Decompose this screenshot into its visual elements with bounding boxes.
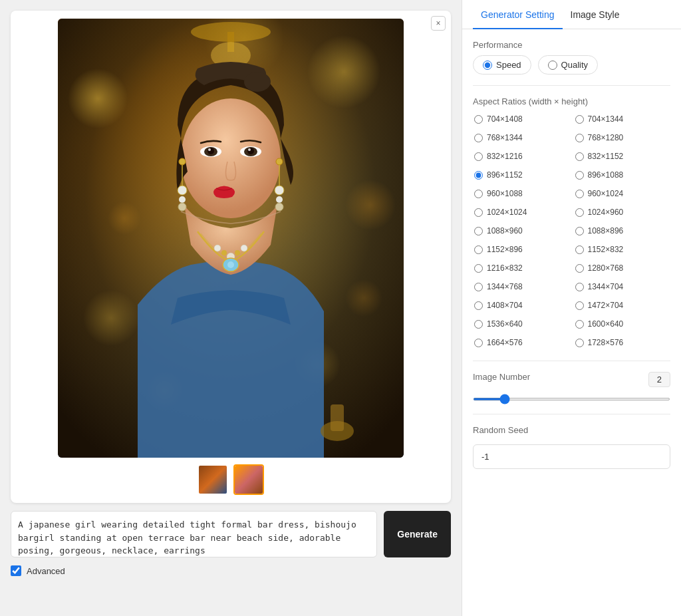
aspect-option-768×1280[interactable]: 768×1280 — [574, 130, 671, 145]
aspect-option-896×1152[interactable]: 896×1152 — [473, 168, 570, 182]
svg-point-35 — [241, 245, 247, 251]
aspect-label-768×1280: 768×1280 — [588, 133, 624, 142]
aspect-radio-960×1024[interactable] — [575, 190, 584, 198]
aspect-option-1344×704[interactable]: 1344×704 — [574, 279, 671, 294]
aspect-option-1280×768[interactable]: 1280×768 — [574, 261, 671, 275]
aspect-option-1088×896[interactable]: 1088×896 — [574, 224, 671, 238]
aspect-label-832×1152: 832×1152 — [588, 152, 624, 161]
svg-point-18 — [208, 148, 211, 151]
svg-point-37 — [235, 250, 240, 255]
aspect-option-1152×832[interactable]: 1152×832 — [574, 242, 671, 257]
aspect-label-1024×1024: 1024×1024 — [487, 208, 527, 217]
aspect-label-1408×704: 1408×704 — [487, 301, 523, 310]
aspect-radio-1152×896[interactable] — [474, 245, 483, 254]
aspect-label-768×1344: 768×1344 — [487, 133, 523, 142]
aspect-label-1088×896: 1088×896 — [588, 226, 624, 235]
aspect-option-1408×704[interactable]: 1408×704 — [473, 298, 570, 313]
aspect-option-1664×576[interactable]: 1664×576 — [473, 335, 570, 350]
svg-point-26 — [179, 196, 186, 203]
aspect-option-1024×1024[interactable]: 1024×1024 — [473, 205, 570, 220]
aspect-radio-1664×576[interactable] — [474, 339, 483, 347]
svg-point-8 — [108, 202, 141, 235]
aspect-radio-832×1152[interactable] — [575, 152, 584, 161]
aspect-radio-1472×704[interactable] — [575, 301, 584, 310]
aspect-option-1728×576[interactable]: 1728×576 — [574, 335, 671, 350]
aspect-option-960×1024[interactable]: 960×1024 — [574, 186, 671, 201]
aspect-option-1472×704[interactable]: 1472×704 — [574, 298, 671, 313]
svg-point-9 — [345, 279, 382, 317]
image-container: × — [11, 11, 451, 503]
aspect-radio-768×1344[interactable] — [474, 134, 483, 142]
svg-rect-41 — [331, 404, 344, 431]
thumbnail-2[interactable] — [233, 464, 264, 495]
svg-point-22 — [248, 148, 251, 151]
speed-radio[interactable] — [483, 61, 492, 70]
aspect-radio-1216×832[interactable] — [474, 264, 483, 273]
aspect-radio-1728×576[interactable] — [575, 339, 584, 347]
aspect-label-1344×704: 1344×704 — [588, 282, 624, 291]
aspect-radio-768×1280[interactable] — [575, 134, 584, 142]
aspect-option-704×1344[interactable]: 704×1344 — [574, 112, 671, 126]
quality-option[interactable]: Quality — [538, 55, 598, 75]
aspect-label-896×1088: 896×1088 — [588, 170, 624, 180]
svg-point-39 — [227, 261, 234, 268]
svg-point-17 — [207, 148, 214, 154]
aspect-label-1024×960: 1024×960 — [588, 208, 624, 217]
close-button[interactable]: × — [431, 16, 446, 31]
image-number-slider[interactable] — [473, 398, 670, 400]
thumbnail-1[interactable] — [198, 464, 228, 495]
aspect-option-1344×768[interactable]: 1344×768 — [473, 279, 570, 294]
speed-option[interactable]: Speed — [473, 55, 531, 75]
random-seed-input[interactable] — [473, 444, 670, 469]
aspect-radio-1600×640[interactable] — [575, 320, 584, 329]
svg-point-1 — [68, 69, 128, 128]
aspect-label-1536×640: 1536×640 — [487, 319, 523, 329]
aspect-radio-1152×832[interactable] — [575, 245, 584, 254]
aspect-option-960×1088[interactable]: 960×1088 — [473, 186, 570, 201]
aspect-option-1024×960[interactable]: 1024×960 — [574, 205, 671, 220]
advanced-checkbox[interactable] — [11, 565, 21, 576]
aspect-label-1472×704: 1472×704 — [588, 301, 624, 310]
aspect-radio-1024×1024[interactable] — [474, 208, 483, 217]
aspect-option-832×1152[interactable]: 832×1152 — [574, 149, 671, 164]
aspect-option-1536×640[interactable]: 1536×640 — [473, 317, 570, 331]
aspect-radio-1088×960[interactable] — [474, 227, 483, 235]
aspect-label-1152×832: 1152×832 — [588, 245, 624, 254]
aspect-radio-704×1408[interactable] — [474, 115, 483, 124]
aspect-radio-1088×896[interactable] — [575, 227, 584, 235]
prompt-input[interactable] — [11, 511, 377, 557]
aspect-option-1216×832[interactable]: 1216×832 — [473, 261, 570, 275]
aspect-radio-896×1152[interactable] — [474, 171, 483, 180]
aspect-radio-1344×768[interactable] — [474, 283, 483, 291]
aspect-radio-896×1088[interactable] — [575, 171, 584, 180]
performance-radio-group: Speed Quality — [473, 55, 670, 75]
tab-generator[interactable]: Generator Setting — [473, 0, 563, 29]
svg-point-3 — [345, 180, 396, 230]
aspect-radio-704×1344[interactable] — [575, 115, 584, 124]
svg-point-30 — [275, 186, 284, 195]
aspect-radio-1344×704[interactable] — [575, 283, 584, 291]
aspect-option-896×1088[interactable]: 896×1088 — [574, 168, 671, 182]
aspect-option-704×1408[interactable]: 704×1408 — [473, 112, 570, 126]
quality-radio[interactable] — [548, 61, 557, 70]
generate-button[interactable]: Generate — [384, 511, 451, 557]
svg-point-4 — [83, 290, 139, 346]
aspect-option-1600×640[interactable]: 1600×640 — [574, 317, 671, 331]
aspect-radio-960×1088[interactable] — [474, 190, 483, 198]
random-seed-label: Random Seed — [473, 425, 670, 435]
aspect-option-1152×896[interactable]: 1152×896 — [473, 242, 570, 257]
aspect-option-1088×960[interactable]: 1088×960 — [473, 224, 570, 238]
image-number-section: Image Number 2 — [473, 372, 670, 403]
tab-style[interactable]: Image Style — [563, 0, 628, 29]
aspect-ratio-grid: 704×1408704×1344768×1344768×1280832×1216… — [473, 112, 670, 350]
svg-point-28 — [276, 158, 283, 165]
aspect-radio-1408×704[interactable] — [474, 301, 483, 310]
aspect-option-832×1216[interactable]: 832×1216 — [473, 149, 570, 164]
aspect-radio-832×1216[interactable] — [474, 152, 483, 161]
svg-point-32 — [275, 203, 283, 211]
aspect-label-832×1216: 832×1216 — [487, 152, 523, 161]
aspect-radio-1024×960[interactable] — [575, 208, 584, 217]
aspect-radio-1536×640[interactable] — [474, 320, 483, 329]
aspect-option-768×1344[interactable]: 768×1344 — [473, 130, 570, 145]
aspect-radio-1280×768[interactable] — [575, 264, 584, 273]
